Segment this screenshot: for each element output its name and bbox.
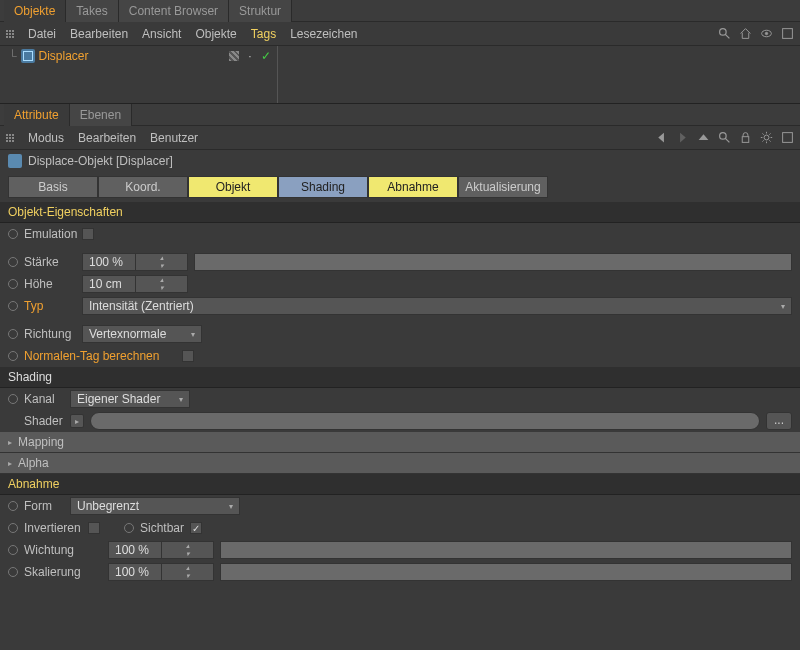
menu-lesezeichen[interactable]: Lesezeichen [290,27,357,41]
row-kanal: Kanal Eigener Shader▾ [0,388,800,410]
subtab-objekt[interactable]: Objekt [188,176,278,198]
enabled-check-icon[interactable]: ✓ [259,49,273,63]
menu-objekte[interactable]: Objekte [195,27,236,41]
anim-dot[interactable] [8,394,18,404]
tree-connector-icon: └ [8,49,17,63]
label-shader: Shader [24,414,64,428]
row-staerke: Stärke 100 %▴▾ [0,251,800,273]
shader-menu-button[interactable]: ▸ [70,414,84,428]
anim-dot[interactable] [8,329,18,339]
row-form: Form Unbegrenzt▾ [0,495,800,517]
tag-area [278,46,800,103]
search-icon[interactable] [718,27,731,40]
svg-line-6 [725,138,729,142]
subtab-shading[interactable]: Shading [278,176,368,198]
maximize-icon[interactable] [781,131,794,144]
field-staerke[interactable]: 100 %▴▾ [82,253,188,271]
row-hoehe: Höhe 10 cm▴▾ [0,273,800,295]
tab-objekte[interactable]: Objekte [4,0,66,22]
subtab-abnahme[interactable]: Abnahme [368,176,458,198]
label-alpha: Alpha [18,456,49,470]
menu-bearbeiten[interactable]: Bearbeiten [78,131,136,145]
object-row-displacer[interactable]: └ Displacer · ✓ [0,46,277,66]
nav-fwd-icon[interactable] [676,131,689,144]
field-hoehe[interactable]: 10 cm▴▾ [82,275,188,293]
tab-attribute[interactable]: Attribute [4,104,70,126]
visibility-flag-icon[interactable] [227,49,241,63]
menu-tags[interactable]: Tags [251,27,276,41]
anim-dot[interactable] [8,279,18,289]
label-invertieren: Invertieren [24,521,82,535]
subtab-koord[interactable]: Koord. [98,176,188,198]
checkbox-emulation[interactable] [82,228,94,240]
svg-point-3 [765,32,767,34]
home-icon[interactable] [739,27,752,40]
label-typ: Typ [24,299,76,313]
checkbox-invertieren[interactable] [88,522,100,534]
slider-wichtung[interactable] [220,541,792,559]
object-name[interactable]: Displacer [39,49,89,63]
nav-back-icon[interactable] [655,131,668,144]
anim-dot[interactable] [124,523,134,533]
checkbox-normalen-tag[interactable] [182,350,194,362]
tab-ebenen[interactable]: Ebenen [70,104,132,126]
maximize-icon[interactable] [781,27,794,40]
section-shading: Shading [0,367,800,388]
tab-takes[interactable]: Takes [66,0,118,22]
menu-bearbeiten[interactable]: Bearbeiten [70,27,128,41]
displace-object-icon [8,154,22,168]
expander-alpha[interactable]: ▸ Alpha [0,453,800,474]
dropdown-kanal[interactable]: Eigener Shader▾ [70,390,190,408]
anim-dot[interactable] [8,351,18,361]
menu-benutzer[interactable]: Benutzer [150,131,198,145]
subtab-aktualisierung[interactable]: Aktualisierung [458,176,548,198]
slider-skalierung[interactable] [220,563,792,581]
row-richtung: Richtung Vertexnormale▾ [0,323,800,345]
section-objekt-eigenschaften: Objekt-Eigenschaften [0,202,800,223]
menu-ansicht[interactable]: Ansicht [142,27,181,41]
row-invertieren-sichtbar: Invertieren Sichtbar [0,517,800,539]
attribute-menubar: Modus Bearbeiten Benutzer [0,126,800,150]
row-emulation: Emulation [0,223,800,245]
dropdown-form[interactable]: Unbegrenzt▾ [70,497,240,515]
shader-slot[interactable] [90,412,760,430]
label-richtung: Richtung [24,327,76,341]
anim-dot[interactable] [8,501,18,511]
label-kanal: Kanal [24,392,64,406]
section-abnahme: Abnahme [0,474,800,495]
expander-mapping[interactable]: ▸ Mapping [0,432,800,453]
svg-rect-4 [783,29,793,39]
dropdown-typ[interactable]: Intensität (Zentriert)▾ [82,297,792,315]
tab-content-browser[interactable]: Content Browser [119,0,229,22]
row-skalierung: Skalierung 100 %▴▾ [0,561,800,583]
anim-dot[interactable] [8,257,18,267]
eye-icon[interactable] [760,27,773,40]
row-normalen-tag: Normalen-Tag berechnen [0,345,800,367]
anim-dot[interactable] [8,523,18,533]
dropdown-richtung[interactable]: Vertexnormale▾ [82,325,202,343]
search-icon[interactable] [718,131,731,144]
label-emulation: Emulation [24,227,76,241]
field-skalierung[interactable]: 100 %▴▾ [108,563,214,581]
lock-icon[interactable] [739,131,752,144]
dot-flag-icon[interactable]: · [243,49,257,63]
label-sichtbar: Sichtbar [140,521,184,535]
shader-browse-button[interactable]: ... [766,412,792,430]
slider-staerke[interactable] [194,253,792,271]
anim-dot[interactable] [8,567,18,577]
anim-dot[interactable] [8,301,18,311]
menu-modus[interactable]: Modus [28,131,64,145]
field-wichtung[interactable]: 100 %▴▾ [108,541,214,559]
grip-icon[interactable] [6,134,14,142]
nav-up-icon[interactable] [697,131,710,144]
anim-dot[interactable] [8,545,18,555]
anim-dot[interactable] [8,229,18,239]
tab-struktur[interactable]: Struktur [229,0,292,22]
label-hoehe: Höhe [24,277,76,291]
menu-datei[interactable]: Datei [28,27,56,41]
gear-icon[interactable] [760,131,773,144]
label-wichtung: Wichtung [24,543,102,557]
grip-icon[interactable] [6,30,14,38]
subtab-basis[interactable]: Basis [8,176,98,198]
checkbox-sichtbar[interactable] [190,522,202,534]
